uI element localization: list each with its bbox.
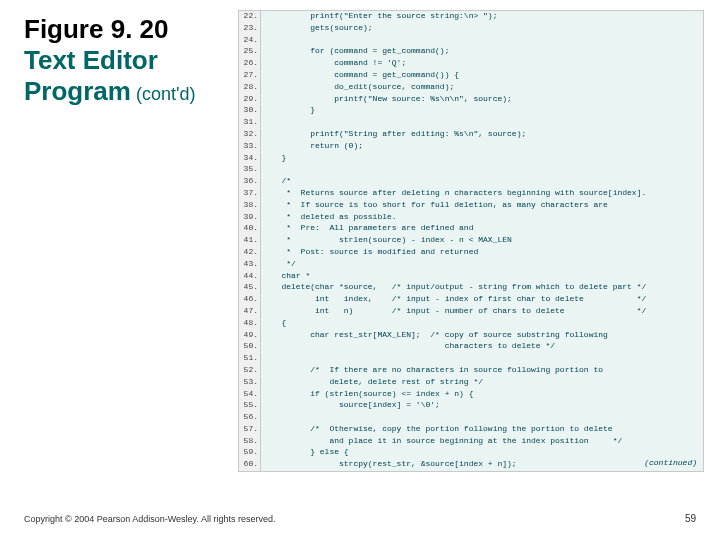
code-line: 45. delete(char *source, /* input/output… xyxy=(239,282,703,294)
title-main: Program xyxy=(24,76,131,106)
code-text: /* xyxy=(261,176,703,185)
code-text: delete, delete rest of string */ xyxy=(261,377,703,386)
code-line: 49. char rest_str[MAX_LEN]; /* copy of s… xyxy=(239,330,703,342)
code-line: 52. /* If there are no characters in sou… xyxy=(239,365,703,377)
line-number: 32. xyxy=(239,129,261,138)
code-line: 43. */ xyxy=(239,259,703,271)
title-sub: (cont'd) xyxy=(131,84,195,104)
line-number: 25. xyxy=(239,46,261,55)
code-text: command != 'Q'; xyxy=(261,58,703,67)
line-number: 36. xyxy=(239,176,261,185)
code-text: strcpy(rest_str, &source[index + n]); xyxy=(261,459,703,468)
code-text: * deleted as possible. xyxy=(261,212,703,221)
code-line: 44. char * xyxy=(239,271,703,283)
code-text: } else { xyxy=(261,447,703,456)
code-line: 41. * strlen(source) - index - n < MAX_L… xyxy=(239,235,703,247)
line-number: 33. xyxy=(239,141,261,150)
code-line: 42. * Post: source is modified and retur… xyxy=(239,247,703,259)
code-line: 59. } else { xyxy=(239,447,703,459)
code-text: if (strlen(source) <= index + n) { xyxy=(261,389,703,398)
line-number: 50. xyxy=(239,341,261,350)
code-line: 33. return (0); xyxy=(239,141,703,153)
code-line: 23. gets(source); xyxy=(239,23,703,35)
code-text: char * xyxy=(261,271,703,280)
code-line: 57. /* Otherwise, copy the portion follo… xyxy=(239,424,703,436)
code-text: * Pre: All parameters are defined and xyxy=(261,223,703,232)
line-number: 31. xyxy=(239,117,261,126)
line-number: 27. xyxy=(239,70,261,79)
code-line: 34. } xyxy=(239,153,703,165)
line-number: 44. xyxy=(239,271,261,280)
code-line: 27. command = get_command()) { xyxy=(239,70,703,82)
line-number: 30. xyxy=(239,105,261,114)
code-text: } xyxy=(261,105,703,114)
line-number: 47. xyxy=(239,306,261,315)
code-line: 50. characters to delete */ xyxy=(239,341,703,353)
line-number: 52. xyxy=(239,365,261,374)
line-number: 23. xyxy=(239,23,261,32)
code-text: char rest_str[MAX_LEN]; /* copy of sourc… xyxy=(261,330,703,339)
code-line: 36. /* xyxy=(239,176,703,188)
code-text: gets(source); xyxy=(261,23,703,32)
code-line: 29. printf("New source: %s\n\n", source)… xyxy=(239,94,703,106)
code-text: command = get_command()) { xyxy=(261,70,703,79)
code-line: 30. } xyxy=(239,105,703,117)
slide: Figure 9. 20 Text Editor Program (cont'd… xyxy=(0,0,720,540)
line-number: 51. xyxy=(239,353,261,362)
line-number: 58. xyxy=(239,436,261,445)
line-number: 54. xyxy=(239,389,261,398)
code-text: * Returns source after deleting n charac… xyxy=(261,188,703,197)
line-number: 42. xyxy=(239,247,261,256)
code-line: 35. xyxy=(239,164,703,176)
line-number: 29. xyxy=(239,94,261,103)
copyright-footer: Copyright © 2004 Pearson Addison-Wesley.… xyxy=(24,514,275,524)
line-number: 55. xyxy=(239,400,261,409)
line-number: 34. xyxy=(239,153,261,162)
code-text: */ xyxy=(261,259,703,268)
line-number: 24. xyxy=(239,35,261,44)
code-text: return (0); xyxy=(261,141,703,150)
line-number: 48. xyxy=(239,318,261,327)
code-line: 26. command != 'Q'; xyxy=(239,58,703,70)
code-line: 37. * Returns source after deleting n ch… xyxy=(239,188,703,200)
code-line: 46. int index, /* input - index of first… xyxy=(239,294,703,306)
line-number: 53. xyxy=(239,377,261,386)
line-number: 22. xyxy=(239,11,261,20)
line-number: 45. xyxy=(239,282,261,291)
line-number: 59. xyxy=(239,447,261,456)
code-line: 22. printf("Enter the source string:\n> … xyxy=(239,11,703,23)
code-text: and place it in source beginning at the … xyxy=(261,436,703,445)
line-number: 40. xyxy=(239,223,261,232)
code-line: 25. for (command = get_command(); xyxy=(239,46,703,58)
code-text: * strlen(source) - index - n < MAX_LEN xyxy=(261,235,703,244)
code-line: 53. delete, delete rest of string */ xyxy=(239,377,703,389)
code-line: 48. { xyxy=(239,318,703,330)
line-number: 26. xyxy=(239,58,261,67)
line-number: 39. xyxy=(239,212,261,221)
page-number: 59 xyxy=(685,513,696,524)
code-line: 51. xyxy=(239,353,703,365)
code-line: 28. do_edit(source, command); xyxy=(239,82,703,94)
line-number: 43. xyxy=(239,259,261,268)
code-text: delete(char *source, /* input/output - s… xyxy=(261,282,703,291)
code-line: 58. and place it in source beginning at … xyxy=(239,436,703,448)
continued-label: (continued) xyxy=(644,458,697,467)
code-text: characters to delete */ xyxy=(261,341,703,350)
code-rows: 22. printf("Enter the source string:\n> … xyxy=(239,11,703,471)
code-text: printf("New source: %s\n\n", source); xyxy=(261,94,703,103)
line-number: 57. xyxy=(239,424,261,433)
code-text: /* Otherwise, copy the portion following… xyxy=(261,424,703,433)
code-text: int n) /* input - number of chars to del… xyxy=(261,306,703,315)
code-text: printf("Enter the source string:\n> "); xyxy=(261,11,703,20)
line-number: 35. xyxy=(239,164,261,173)
code-panel: 22. printf("Enter the source string:\n> … xyxy=(238,10,704,472)
code-text: printf("String after editing: %s\n", sou… xyxy=(261,129,703,138)
code-line: 56. xyxy=(239,412,703,424)
code-line: 24. xyxy=(239,35,703,47)
line-number: 60. xyxy=(239,459,261,468)
line-number: 37. xyxy=(239,188,261,197)
code-line: 55. source[index] = '\0'; xyxy=(239,400,703,412)
line-number: 46. xyxy=(239,294,261,303)
code-text: * If source is too short for full deleti… xyxy=(261,200,703,209)
code-line: 32. printf("String after editing: %s\n",… xyxy=(239,129,703,141)
